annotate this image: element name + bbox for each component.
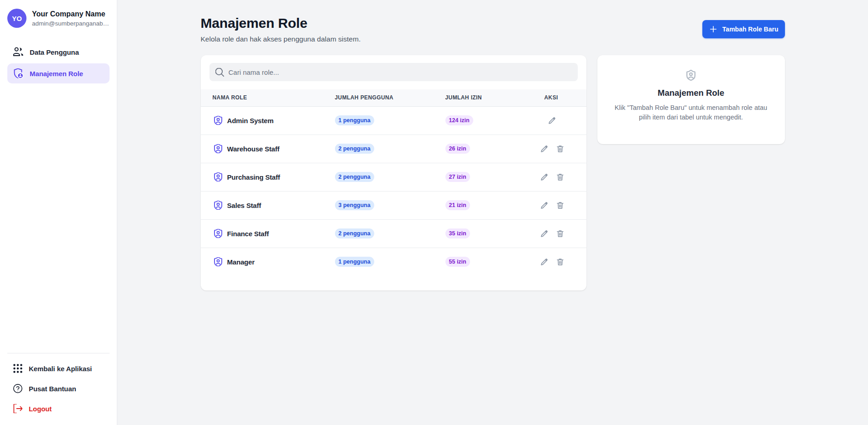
sidebar-item-pusat-bantuan[interactable]: Pusat Bantuan xyxy=(7,378,110,399)
trash-icon xyxy=(556,201,565,210)
page-header-text: Manajemen Role Kelola role dan hak akses… xyxy=(201,16,361,43)
shield-user-icon xyxy=(214,229,223,238)
sidebar-item-label: Manajemen Role xyxy=(30,70,83,78)
permissions-count-cell: 21 izin xyxy=(445,191,544,219)
permissions-count-cell: 26 izin xyxy=(445,135,544,163)
table-header-row: NAMA ROLE JUMLAH PENGGUNA JUMLAH IZIN AK… xyxy=(201,89,586,106)
table-row[interactable]: Sales Staff 3 pengguna 21 izin xyxy=(201,191,586,219)
role-name-cell: Purchasing Staff xyxy=(201,163,335,191)
sidebar-item-manajemen-role[interactable]: Manajemen Role xyxy=(7,63,110,83)
permissions-count-cell: 35 izin xyxy=(445,219,544,248)
trash-icon xyxy=(556,173,565,181)
search-icon xyxy=(215,68,224,77)
profile-info: Your Company Name admin@sumberpanganab… xyxy=(32,10,109,27)
trash-icon xyxy=(556,258,565,266)
delete-role-button[interactable] xyxy=(556,229,565,238)
table-row[interactable]: Admin System 1 pengguna 124 izin xyxy=(201,106,586,135)
roles-table: NAMA ROLE JUMLAH PENGGUNA JUMLAH IZIN AK… xyxy=(201,89,586,276)
role-name-cell: Sales Staff xyxy=(201,191,335,219)
delete-role-button[interactable] xyxy=(556,258,565,266)
actions-cell xyxy=(544,219,586,248)
action-group xyxy=(544,201,586,210)
help-circle-icon xyxy=(13,384,22,393)
action-group xyxy=(544,145,586,153)
table-row[interactable]: Manager 1 pengguna 55 izin xyxy=(201,248,586,276)
sidebar-footer-nav: Kembali ke Aplikasi Pusat Bantuan xyxy=(7,358,110,419)
trash-icon xyxy=(556,145,565,153)
table-body: Admin System 1 pengguna 124 izin xyxy=(201,106,586,276)
actions-cell xyxy=(544,248,586,276)
users-count-cell: 1 pengguna xyxy=(335,248,445,276)
action-group xyxy=(544,229,586,238)
users-count-cell: 2 pengguna xyxy=(335,219,445,248)
page-title: Manajemen Role xyxy=(201,16,361,31)
page-subtitle: Kelola role dan hak akses pengguna dalam… xyxy=(201,35,361,43)
role-name: Warehouse Staff xyxy=(227,145,280,153)
delete-role-button[interactable] xyxy=(556,201,565,210)
pencil-icon xyxy=(548,116,556,125)
table-head: NAMA ROLE JUMLAH PENGGUNA JUMLAH IZIN AK… xyxy=(201,89,586,106)
trash-icon xyxy=(556,229,565,238)
users-count-cell: 2 pengguna xyxy=(335,135,445,163)
sidebar-item-kembali-ke-aplikasi[interactable]: Kembali ke Aplikasi xyxy=(7,358,110,378)
roles-table-card: NAMA ROLE JUMLAH PENGGUNA JUMLAH IZIN AK… xyxy=(201,55,586,290)
edit-role-button[interactable] xyxy=(540,173,549,181)
users-count-badge: 3 pengguna xyxy=(335,200,374,210)
edit-role-button[interactable] xyxy=(540,201,549,210)
main-container: Manajemen Role Kelola role dan hak akses… xyxy=(201,0,785,290)
users-count-badge: 2 pengguna xyxy=(335,172,374,182)
actions-cell xyxy=(544,163,586,191)
sidebar-item-label: Data Pengguna xyxy=(30,48,79,56)
table-row[interactable]: Warehouse Staff 2 pengguna 26 izin xyxy=(201,135,586,163)
edit-role-button[interactable] xyxy=(548,116,556,125)
shield-user-icon xyxy=(214,257,223,266)
permissions-count-badge: 27 izin xyxy=(445,172,470,182)
permissions-count-badge: 124 izin xyxy=(445,115,473,125)
edit-role-button[interactable] xyxy=(540,229,549,238)
users-count-badge: 1 pengguna xyxy=(335,115,374,125)
role-name-cell: Finance Staff xyxy=(201,219,335,248)
apps-grid-icon xyxy=(13,364,22,373)
users-count-cell: 1 pengguna xyxy=(335,106,445,135)
plus-icon xyxy=(709,25,718,34)
edit-role-button[interactable] xyxy=(540,258,549,266)
table-row[interactable]: Finance Staff 2 pengguna 35 izin xyxy=(201,219,586,248)
delete-role-button[interactable] xyxy=(556,145,565,153)
permissions-count-cell: 124 izin xyxy=(445,106,544,135)
avatar: YO xyxy=(7,9,26,28)
users-count-badge: 1 pengguna xyxy=(335,257,374,267)
add-role-button-label: Tambah Role Baru xyxy=(722,26,779,33)
detail-card-description: Klik "Tambah Role Baru" untuk menambah r… xyxy=(611,103,771,122)
permissions-count-badge: 55 izin xyxy=(445,257,470,267)
logout-icon xyxy=(13,404,22,413)
actions-cell xyxy=(544,106,586,135)
edit-role-button[interactable] xyxy=(540,145,549,153)
sidebar-nav: Data Pengguna Manajemen Role xyxy=(7,42,110,83)
shield-person-icon xyxy=(13,68,23,78)
shield-user-icon xyxy=(214,172,223,181)
sidebar-item-logout[interactable]: Logout xyxy=(7,399,110,419)
shield-user-icon xyxy=(608,70,774,81)
users-count-cell: 2 pengguna xyxy=(335,163,445,191)
search-input[interactable] xyxy=(229,68,572,76)
sidebar-item-label: Kembali ke Aplikasi xyxy=(29,365,92,373)
users-count-cell: 3 pengguna xyxy=(335,191,445,219)
users-count-badge: 2 pengguna xyxy=(335,144,374,154)
add-role-button[interactable]: Tambah Role Baru xyxy=(702,20,785,38)
table-row[interactable]: Purchasing Staff 2 pengguna 27 izin xyxy=(201,163,586,191)
detail-card: Manajemen Role Klik "Tambah Role Baru" u… xyxy=(597,55,785,144)
permissions-count-badge: 35 izin xyxy=(445,228,470,238)
profile: YO Your Company Name admin@sumberpangana… xyxy=(7,9,110,28)
pencil-icon xyxy=(540,173,549,181)
role-name: Manager xyxy=(227,258,255,266)
sidebar-item-label: Pusat Bantuan xyxy=(29,385,76,393)
search-box xyxy=(209,63,578,81)
sidebar-spacer xyxy=(7,83,110,353)
pencil-icon xyxy=(540,145,549,153)
actions-cell xyxy=(544,135,586,163)
action-group xyxy=(544,258,586,266)
role-name: Sales Staff xyxy=(227,202,261,209)
delete-role-button[interactable] xyxy=(556,173,565,181)
sidebar-item-data-pengguna[interactable]: Data Pengguna xyxy=(7,42,110,62)
permissions-count-cell: 55 izin xyxy=(445,248,544,276)
